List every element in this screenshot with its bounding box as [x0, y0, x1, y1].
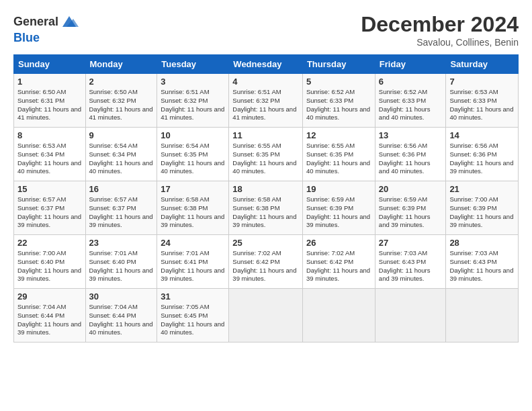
day-number: 15 [17, 184, 82, 194]
calendar-cell: 3Sunrise: 6:51 AMSunset: 6:32 PMDaylight… [157, 74, 229, 128]
day-number: 21 [449, 184, 515, 194]
calendar-cell: 18Sunrise: 6:58 AMSunset: 6:38 PMDayligh… [229, 181, 303, 235]
day-info: Sunrise: 6:59 AMSunset: 6:39 PMDaylight:… [306, 195, 371, 230]
location-subtitle: Savalou, Collines, Benin [361, 37, 519, 48]
calendar-cell: 28Sunrise: 7:03 AMSunset: 6:43 PMDayligh… [446, 235, 519, 289]
calendar-cell: 30Sunrise: 7:04 AMSunset: 6:44 PMDayligh… [85, 289, 157, 342]
calendar-cell [446, 289, 519, 342]
day-number: 17 [161, 184, 225, 194]
day-info: Sunrise: 6:59 AMSunset: 6:39 PMDaylight:… [379, 195, 443, 230]
day-info: Sunrise: 7:03 AMSunset: 6:43 PMDaylight:… [379, 249, 443, 283]
calendar-cell [229, 289, 303, 342]
week-row-5: 29Sunrise: 7:04 AMSunset: 6:44 PMDayligh… [14, 289, 519, 342]
day-info: Sunrise: 6:50 AMSunset: 6:31 PMDaylight:… [17, 88, 82, 122]
day-info: Sunrise: 6:56 AMSunset: 6:36 PMDaylight:… [379, 142, 443, 176]
day-number: 6 [379, 77, 443, 87]
day-number: 29 [17, 291, 82, 302]
day-number: 13 [379, 130, 443, 140]
day-info: Sunrise: 6:55 AMSunset: 6:35 PMDaylight:… [306, 142, 371, 176]
week-row-3: 15Sunrise: 6:57 AMSunset: 6:37 PMDayligh… [14, 181, 519, 235]
calendar-table: SundayMondayTuesdayWednesdayThursdayFrid… [13, 54, 519, 342]
logo-icon [60, 12, 79, 31]
calendar-cell: 26Sunrise: 7:02 AMSunset: 6:42 PMDayligh… [302, 235, 375, 289]
calendar-cell: 1Sunrise: 6:50 AMSunset: 6:31 PMDaylight… [14, 74, 86, 128]
day-info: Sunrise: 6:51 AMSunset: 6:32 PMDaylight:… [161, 88, 225, 122]
day-info: Sunrise: 6:54 AMSunset: 6:34 PMDaylight:… [89, 142, 154, 176]
day-info: Sunrise: 6:53 AMSunset: 6:33 PMDaylight:… [449, 88, 515, 122]
day-header-friday: Friday [375, 55, 446, 74]
calendar-cell: 5Sunrise: 6:52 AMSunset: 6:33 PMDaylight… [302, 74, 375, 128]
calendar-cell: 11Sunrise: 6:55 AMSunset: 6:35 PMDayligh… [229, 128, 303, 181]
calendar-cell: 15Sunrise: 6:57 AMSunset: 6:37 PMDayligh… [14, 181, 86, 235]
day-info: Sunrise: 6:51 AMSunset: 6:32 PMDaylight:… [232, 88, 299, 122]
day-number: 5 [306, 77, 371, 87]
calendar-cell: 7Sunrise: 6:53 AMSunset: 6:33 PMDaylight… [446, 74, 519, 128]
calendar-cell [375, 289, 446, 342]
calendar-cell: 29Sunrise: 7:04 AMSunset: 6:44 PMDayligh… [14, 289, 86, 342]
day-info: Sunrise: 7:02 AMSunset: 6:42 PMDaylight:… [306, 249, 371, 283]
calendar-cell: 23Sunrise: 7:01 AMSunset: 6:40 PMDayligh… [85, 235, 157, 289]
calendar-cell: 2Sunrise: 6:50 AMSunset: 6:32 PMDaylight… [85, 74, 157, 128]
calendar-cell: 6Sunrise: 6:52 AMSunset: 6:33 PMDaylight… [375, 74, 446, 128]
logo-general: General [13, 15, 58, 29]
day-number: 25 [232, 238, 299, 248]
day-number: 10 [161, 130, 225, 140]
day-number: 9 [89, 130, 154, 140]
day-info: Sunrise: 6:57 AMSunset: 6:37 PMDaylight:… [17, 195, 82, 230]
day-number: 18 [232, 184, 299, 194]
calendar-cell: 12Sunrise: 6:55 AMSunset: 6:35 PMDayligh… [302, 128, 375, 181]
day-number: 22 [17, 238, 82, 248]
calendar-cell: 14Sunrise: 6:56 AMSunset: 6:36 PMDayligh… [446, 128, 519, 181]
day-header-monday: Monday [85, 55, 157, 74]
title-block: December 2024 Savalou, Collines, Benin [361, 12, 519, 48]
day-number: 27 [379, 238, 443, 248]
day-info: Sunrise: 7:01 AMSunset: 6:40 PMDaylight:… [89, 249, 154, 283]
day-number: 30 [89, 291, 154, 302]
day-number: 28 [449, 238, 515, 248]
day-number: 31 [161, 291, 225, 302]
calendar-cell [302, 289, 375, 342]
header: General Blue December 2024 Savalou, Coll… [13, 12, 519, 48]
day-info: Sunrise: 6:50 AMSunset: 6:32 PMDaylight:… [89, 88, 154, 122]
day-number: 14 [449, 130, 515, 140]
calendar-cell: 10Sunrise: 6:54 AMSunset: 6:35 PMDayligh… [157, 128, 229, 181]
day-info: Sunrise: 7:02 AMSunset: 6:42 PMDaylight:… [232, 249, 299, 283]
week-row-4: 22Sunrise: 7:00 AMSunset: 6:40 PMDayligh… [14, 235, 519, 289]
calendar-cell: 25Sunrise: 7:02 AMSunset: 6:42 PMDayligh… [229, 235, 303, 289]
day-info: Sunrise: 7:04 AMSunset: 6:44 PMDaylight:… [17, 303, 82, 337]
day-info: Sunrise: 6:58 AMSunset: 6:38 PMDaylight:… [161, 195, 225, 230]
calendar-cell: 31Sunrise: 7:05 AMSunset: 6:45 PMDayligh… [157, 289, 229, 342]
day-number: 12 [306, 130, 371, 140]
day-number: 7 [449, 77, 515, 87]
day-header-wednesday: Wednesday [229, 55, 303, 74]
day-info: Sunrise: 7:00 AMSunset: 6:40 PMDaylight:… [17, 249, 82, 283]
calendar-cell: 13Sunrise: 6:56 AMSunset: 6:36 PMDayligh… [375, 128, 446, 181]
logo-blue: Blue [13, 31, 40, 44]
day-number: 20 [379, 184, 443, 194]
day-header-tuesday: Tuesday [157, 55, 229, 74]
page: General Blue December 2024 Savalou, Coll… [0, 0, 532, 411]
day-header-saturday: Saturday [446, 55, 519, 74]
day-number: 24 [161, 238, 225, 248]
day-number: 19 [306, 184, 371, 194]
day-info: Sunrise: 6:55 AMSunset: 6:35 PMDaylight:… [232, 142, 299, 176]
day-info: Sunrise: 6:52 AMSunset: 6:33 PMDaylight:… [306, 88, 371, 122]
calendar-cell: 24Sunrise: 7:01 AMSunset: 6:41 PMDayligh… [157, 235, 229, 289]
calendar-cell: 9Sunrise: 6:54 AMSunset: 6:34 PMDaylight… [85, 128, 157, 181]
day-header-sunday: Sunday [14, 55, 86, 74]
day-number: 16 [89, 184, 154, 194]
day-number: 3 [161, 77, 225, 87]
calendar-cell: 16Sunrise: 6:57 AMSunset: 6:37 PMDayligh… [85, 181, 157, 235]
day-number: 4 [232, 77, 299, 87]
logo: General Blue [13, 12, 79, 45]
day-number: 2 [89, 77, 154, 87]
day-info: Sunrise: 6:57 AMSunset: 6:37 PMDaylight:… [89, 195, 154, 230]
calendar-cell: 20Sunrise: 6:59 AMSunset: 6:39 PMDayligh… [375, 181, 446, 235]
day-info: Sunrise: 6:52 AMSunset: 6:33 PMDaylight:… [379, 88, 443, 122]
day-info: Sunrise: 6:53 AMSunset: 6:34 PMDaylight:… [17, 142, 82, 176]
day-info: Sunrise: 7:05 AMSunset: 6:45 PMDaylight:… [161, 303, 225, 337]
week-row-2: 8Sunrise: 6:53 AMSunset: 6:34 PMDaylight… [14, 128, 519, 181]
day-info: Sunrise: 7:03 AMSunset: 6:43 PMDaylight:… [449, 249, 515, 283]
day-info: Sunrise: 7:04 AMSunset: 6:44 PMDaylight:… [89, 303, 154, 337]
day-info: Sunrise: 6:54 AMSunset: 6:35 PMDaylight:… [161, 142, 225, 176]
